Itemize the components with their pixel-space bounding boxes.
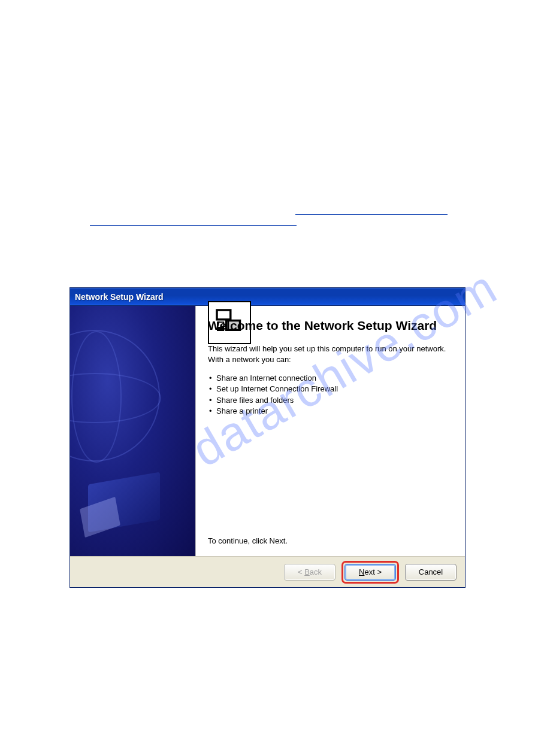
cancel-button[interactable]: Cancel bbox=[405, 564, 457, 581]
wizard-sidebar-graphic bbox=[70, 306, 196, 556]
window-title: Network Setup Wizard bbox=[75, 292, 164, 302]
dialog-body: Welcome to the Network Setup Wizard This… bbox=[70, 306, 465, 556]
wizard-description: This wizard will help you set up this co… bbox=[208, 344, 450, 365]
back-prefix: < bbox=[298, 567, 304, 576]
decorative-underline bbox=[90, 225, 297, 226]
next-suffix: ext > bbox=[364, 567, 382, 576]
continue-instruction: To continue, click Next. bbox=[208, 536, 450, 550]
back-button: < Back bbox=[284, 564, 335, 581]
list-item: Set up Internet Connection Firewall bbox=[208, 384, 450, 394]
dialog-footer: < Back Next > Cancel bbox=[70, 556, 465, 587]
back-suffix: ack bbox=[310, 567, 322, 576]
back-mnemonic: B bbox=[304, 567, 310, 576]
list-item: Share a printer bbox=[208, 406, 450, 417]
feature-list: Share an Internet connection Set up Inte… bbox=[208, 373, 450, 417]
wizard-heading: Welcome to the Network Setup Wizard bbox=[208, 318, 450, 333]
list-item: Share files and folders bbox=[208, 395, 450, 406]
decorative-underline bbox=[295, 214, 448, 215]
next-button[interactable]: Next > bbox=[344, 564, 396, 581]
network-setup-wizard-dialog: Network Setup Wizard Welcome to the Netw… bbox=[69, 287, 466, 588]
next-mnemonic: N bbox=[359, 567, 364, 576]
wizard-content: Welcome to the Network Setup Wizard This… bbox=[196, 306, 465, 556]
titlebar[interactable]: Network Setup Wizard bbox=[70, 288, 465, 306]
next-button-highlight: Next > bbox=[341, 561, 399, 584]
list-item: Share an Internet connection bbox=[208, 373, 450, 384]
